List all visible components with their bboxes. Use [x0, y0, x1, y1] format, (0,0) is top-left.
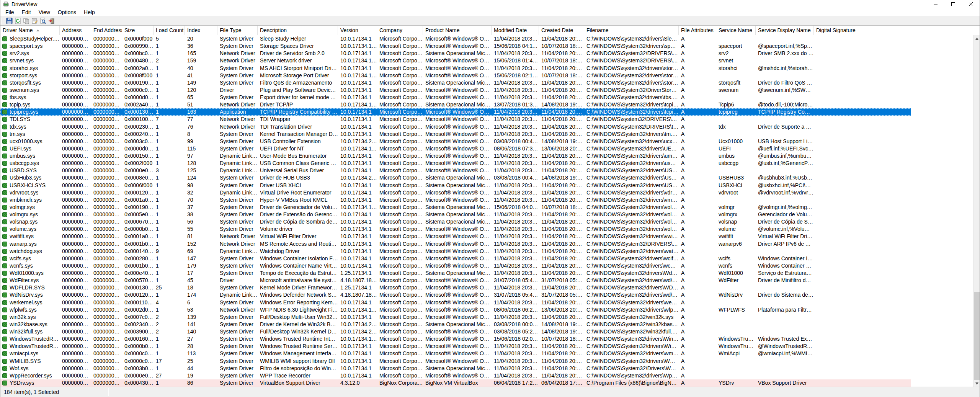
column-header-addr[interactable]: Address [60, 26, 91, 35]
table-row[interactable]: srvnet.sys00000000`7...00000000`7...0x00… [0, 57, 911, 64]
table-row[interactable]: volume.sys00000000`7...00000000`7...0x00… [0, 225, 911, 233]
find-icon[interactable] [39, 17, 47, 25]
cell-name: werkernel.sys [0, 299, 60, 306]
table-row[interactable]: storahci.sys00000000`7...00000000`7...0x… [0, 65, 911, 72]
table-row[interactable]: wanarp.sys00000000`7...00000000`7...0x00… [0, 240, 911, 248]
column-header-endaddr[interactable]: End Address [91, 26, 122, 35]
table-row[interactable]: watchdog.sys00000000`7...00000000`7...0x… [0, 248, 911, 255]
table-row[interactable]: wcifs.sys00000000`7...00000000`7...0x000… [0, 255, 911, 262]
copy-icon[interactable] [22, 17, 30, 25]
table-row[interactable]: wmiacpi.sys00000000`7...00000000`7...0x0… [0, 350, 911, 357]
exit-icon[interactable] [47, 17, 56, 25]
table-row[interactable]: WdFilter.sys00000000`7...00000000`7...0x… [0, 277, 911, 284]
table-row[interactable]: YSDrv.sys00000000`7...00000000`7...0x000… [0, 379, 911, 387]
cell-company: Microsoft Corpora... [377, 248, 423, 255]
refresh-icon[interactable] [13, 17, 22, 25]
table-row[interactable]: ucx01000.sys00000000`7...00000000`7...0x… [0, 138, 911, 145]
cell-svc: USBXHCI [716, 182, 756, 189]
menu-options[interactable]: Options [54, 8, 80, 16]
close-button[interactable] [962, 0, 980, 8]
cell-load: 7 [154, 116, 185, 123]
column-header-company[interactable]: Company [377, 26, 423, 35]
column-header-name[interactable]: Driver Name [0, 26, 60, 35]
column-header-modified[interactable]: Modified Date [492, 26, 539, 35]
scroll-down-arrow-icon[interactable] [973, 380, 980, 387]
cell-created: 31/07/2018 05:40:47 [539, 291, 584, 299]
menu-help[interactable]: Help [80, 8, 99, 16]
column-header-attr[interactable]: File Attributes [679, 26, 716, 35]
column-header-ftype[interactable]: File Type [217, 26, 258, 35]
cell-filename: C:\WINDOWS\system32\drivers\storport.sys [584, 72, 679, 79]
table-row[interactable]: werkernel.sys00000000`7...00000000`7...0… [0, 299, 911, 306]
table-row[interactable]: UsbHub3.sys00000000`7...00000000`7...0x0… [0, 174, 911, 181]
column-header-product[interactable]: Product Name [423, 26, 492, 35]
table-row[interactable]: storqosflt.sys00000000`7...00000000`7...… [0, 79, 911, 87]
table-row[interactable]: WppRecorder.sys00000000`7...00000000`7..… [0, 372, 911, 379]
column-header-version[interactable]: Version [338, 26, 377, 35]
cell-name: vwififlt.sys [0, 233, 60, 240]
menu-file[interactable]: File [2, 8, 18, 16]
table-row[interactable]: vdrvroot.sys00000000`7...00000000`7...0x… [0, 189, 911, 196]
table-row[interactable]: SleepStudyHelper.sys00000000`7...0000000… [0, 35, 911, 42]
table-row[interactable]: vwififlt.sys00000000`7...00000000`7...0x… [0, 233, 911, 240]
table-row[interactable]: win32kbase.sys00000000`D...00000000`D...… [0, 321, 911, 328]
table-row[interactable]: usbccgp.sys00000000`7...00000000`7...0x0… [0, 160, 911, 167]
cell-created: 11/04/2018 20:33:49 [539, 152, 584, 160]
table-row[interactable]: volsnap.sys00000000`7...00000000`7...0x0… [0, 218, 911, 225]
table-row[interactable]: WdNisDrv.sys00000000`7...00000000`7...0x… [0, 291, 911, 299]
save-icon[interactable] [5, 17, 13, 25]
column-header-created[interactable]: Created Date [539, 26, 584, 35]
table-row[interactable]: win32kfull.sys00000000`D...00000000`D...… [0, 328, 911, 335]
table-row[interactable]: UEFI.sys00000000`7...00000000`7...0x0000… [0, 145, 911, 152]
menu-edit[interactable]: Edit [18, 8, 35, 16]
column-header-digsig[interactable]: Digital Signature [814, 26, 911, 35]
cell-size: 0x00234000 [122, 321, 154, 328]
table-row[interactable]: storport.sys00000000`7...00000000`7...0x… [0, 72, 911, 79]
scrollbar-thumb[interactable] [974, 292, 980, 380]
table-row[interactable]: WindowsTrustedRT.sys00000000`7...0000000… [0, 335, 911, 343]
cell-digsig [814, 42, 911, 50]
cell-version: 10.0.17134.1 [338, 350, 377, 357]
maximize-button[interactable] [944, 0, 962, 8]
minimize-button[interactable] [927, 0, 944, 8]
table-row[interactable]: Wdf01000.sys00000000`7...00000000`7...0x… [0, 270, 911, 277]
cell-digsig [814, 218, 911, 225]
table-row[interactable]: vmbkmclr.sys00000000`7...00000000`7...0x… [0, 196, 911, 204]
table-row[interactable]: USBXHCI.SYS00000000`7...00000000`7...0x0… [0, 182, 911, 189]
table-row[interactable]: tbs.sys00000000`7...00000000`7...0x0000d… [0, 94, 911, 101]
table-row[interactable]: srv2.sys00000000`7...00000000`7...0x000b… [0, 50, 911, 57]
table-row[interactable]: swenum.sys00000000`7...00000000`7...0x00… [0, 87, 911, 94]
column-header-load[interactable]: Load Count [154, 26, 185, 35]
table-row[interactable]: WMILIB.SYS00000000`7...00000000`7...0x00… [0, 358, 911, 365]
driver-icon [2, 227, 7, 232]
vertical-scrollbar[interactable] [973, 35, 980, 387]
column-header-size[interactable]: Size [122, 26, 154, 35]
menu-view[interactable]: View [35, 8, 54, 16]
column-header-index[interactable]: Index [185, 26, 217, 35]
column-header-svc[interactable]: Service Name [716, 26, 756, 35]
table-row[interactable]: volmgrx.sys00000000`7...00000000`7...0x0… [0, 211, 911, 218]
cell-product: Microsoft® Windows® Oper... [423, 108, 492, 116]
table-row[interactable]: umbus.sys00000000`7...00000000`7...0x000… [0, 152, 911, 160]
column-header-desc[interactable]: Description [258, 26, 338, 35]
table-row[interactable]: tm.sys00000000`7...00000000`7...0x000240… [0, 131, 911, 138]
table-row[interactable]: TDI.SYS00000000`7...00000000`7...0x00010… [0, 116, 911, 123]
table-row[interactable]: tdx.sys00000000`7...00000000`7...0x00023… [0, 123, 911, 131]
table-row[interactable]: USBD.SYS00000000`7...00000000`7...0x0000… [0, 167, 911, 174]
column-header-svcdisp[interactable]: Service Display Name [756, 26, 814, 35]
column-header-filename[interactable]: Filename [584, 26, 679, 35]
table-row[interactable]: wfplwfs.sys00000000`7...00000000`7...0x0… [0, 306, 911, 314]
properties-icon[interactable] [30, 17, 39, 25]
table-row[interactable]: tcpip.sys00000000`7...00000000`7...0x002… [0, 101, 911, 108]
cell-created: 11/04/2018 20:34:12 [539, 79, 584, 87]
scroll-up-arrow-icon[interactable] [973, 35, 980, 42]
table-row[interactable]: win32k.sys00000000`D...00000000`D...0x00… [0, 314, 911, 321]
table-row[interactable]: volmgr.sys00000000`7...00000000`7...0x00… [0, 204, 911, 211]
table-row[interactable]: spaceport.sys00000000`7...00000000`7...0… [0, 42, 911, 50]
table-row[interactable]: WDFLDR.SYS00000000`7...00000000`7...0x00… [0, 284, 911, 291]
table-row[interactable]: WindowsTrustedRTPr...00000000`7...000000… [0, 343, 911, 350]
table-row[interactable]: wcnfs.sys00000000`7...00000000`7...0x000… [0, 262, 911, 270]
cell-index: 147 [185, 255, 217, 262]
table-row[interactable]: tcpipreg.sys00000000`7...00000000`7...0x… [0, 108, 911, 116]
table-row[interactable]: Wof.sys00000000`7...00000000`7...0x0003b… [0, 365, 911, 372]
